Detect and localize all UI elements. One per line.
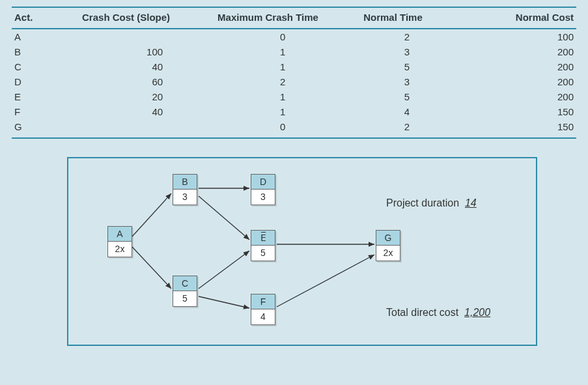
svg-line-1: [132, 247, 171, 289]
project-duration-label: Project duration 14: [386, 197, 477, 209]
header-max: Maximum Crash Time: [215, 7, 350, 29]
node-label: A: [107, 226, 132, 242]
svg-line-4: [199, 251, 249, 289]
header-ntime: Normal Time: [350, 7, 463, 29]
cell-act: D: [12, 74, 79, 89]
cell-ntime: 2: [350, 29, 463, 44]
cell-ncost: 100: [464, 29, 576, 44]
header-slope: Crash Cost (Slope): [79, 7, 215, 29]
node-C: C 5: [173, 276, 197, 307]
cell-max: 1: [215, 59, 350, 74]
cell-ncost: 200: [464, 59, 576, 74]
node-value: 2x: [107, 242, 132, 257]
cell-ncost: 200: [464, 44, 576, 59]
cell-ntime: 3: [350, 44, 463, 59]
cell-slope: [79, 29, 215, 44]
duration-value: 14: [465, 197, 477, 208]
cell-max: 1: [215, 44, 350, 59]
table-row: E 20 1 5 200: [12, 89, 576, 104]
cell-max: 2: [215, 74, 350, 89]
cell-act: G: [12, 119, 79, 138]
node-value: 3: [173, 190, 197, 205]
header-act: Act.: [12, 7, 79, 29]
cell-slope: 40: [79, 59, 215, 74]
duration-text: Project duration: [386, 197, 459, 208]
cell-max: 1: [215, 89, 350, 104]
cell-ncost: 200: [464, 89, 576, 104]
table-row: D 60 2 3 200: [12, 74, 576, 89]
cell-slope: [79, 119, 215, 138]
total-direct-cost-label: Total direct cost 1,200: [386, 307, 490, 319]
cell-act: E: [12, 89, 79, 104]
node-D: D 3: [251, 174, 275, 205]
cell-ncost: 200: [464, 74, 576, 89]
header-ncost: Normal Cost: [464, 7, 576, 29]
crash-cost-table: Act. Crash Cost (Slope) Maximum Crash Ti…: [12, 7, 576, 139]
cell-ntime: 3: [350, 74, 463, 89]
node-B: B 3: [173, 174, 197, 205]
table-row: B 100 1 3 200: [12, 44, 576, 59]
node-A: A 2x: [107, 226, 132, 257]
node-value: 5: [173, 291, 197, 307]
cell-act: A: [12, 29, 79, 44]
node-label: C: [173, 276, 197, 291]
cell-slope: 40: [79, 104, 215, 119]
node-label: E̅: [251, 230, 275, 246]
cell-ncost: 150: [464, 104, 576, 119]
cell-ntime: 2: [350, 119, 463, 138]
svg-line-3: [199, 196, 249, 240]
cell-ntime: 5: [350, 59, 463, 74]
table-row: F 40 1 4 150: [12, 104, 576, 119]
svg-line-7: [277, 255, 374, 307]
cell-slope: 20: [79, 89, 215, 104]
cell-act: C: [12, 59, 79, 74]
cell-ntime: 5: [350, 89, 463, 104]
table-row: G 0 2 150: [12, 119, 576, 138]
cell-act: F: [12, 104, 79, 119]
cost-value: 1,200: [464, 307, 490, 318]
node-label: F: [251, 294, 275, 309]
node-E: E̅ 5: [251, 230, 275, 261]
table-row: A 0 2 100: [12, 29, 576, 44]
table-header-row: Act. Crash Cost (Slope) Maximum Crash Ti…: [12, 7, 576, 29]
cell-ntime: 4: [350, 104, 463, 119]
node-value: 3: [251, 190, 275, 205]
node-value: 5: [251, 246, 275, 261]
svg-line-5: [199, 296, 249, 308]
node-label: G: [376, 230, 400, 246]
cell-max: 0: [215, 119, 350, 138]
svg-line-0: [132, 193, 171, 236]
cell-max: 1: [215, 104, 350, 119]
cell-ncost: 150: [464, 119, 576, 138]
cost-text: Total direct cost: [386, 307, 458, 318]
cell-act: B: [12, 44, 79, 59]
node-label: D: [251, 174, 275, 190]
table-row: C 40 1 5 200: [12, 59, 576, 74]
node-G: G 2x: [376, 230, 400, 261]
node-value: 4: [251, 309, 275, 325]
node-F: F 4: [251, 294, 275, 325]
cell-slope: 100: [79, 44, 215, 59]
cell-max: 0: [215, 29, 350, 44]
node-value: 2x: [376, 246, 400, 261]
cell-slope: 60: [79, 74, 215, 89]
node-label: B: [173, 174, 197, 190]
network-diagram: A 2x B 3 C 5 D 3 E̅ 5 F 4: [67, 157, 537, 346]
